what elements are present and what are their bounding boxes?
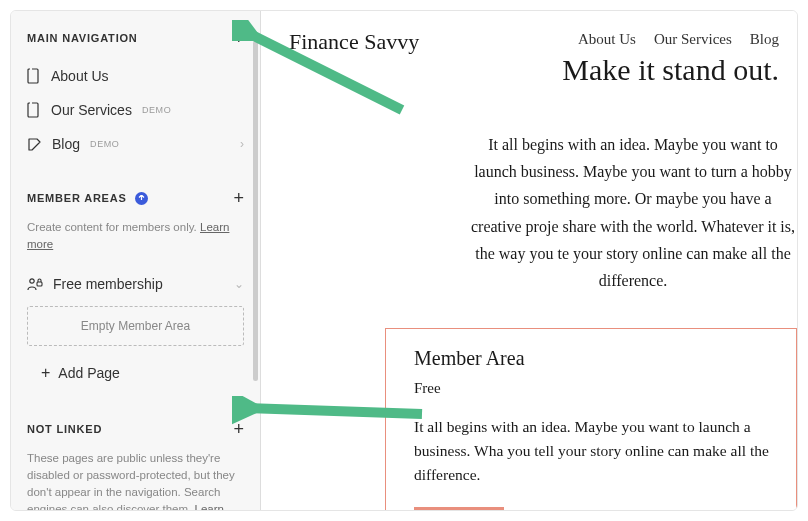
member-box-price: Free (414, 380, 776, 397)
sign-up-button[interactable]: Sign Up (414, 507, 504, 510)
member-badge-icon (135, 192, 148, 205)
svg-point-4 (30, 278, 34, 282)
not-linked-desc-text: These pages are public unless they're di… (27, 452, 235, 511)
member-areas-desc: Create content for members only. Learn m… (27, 219, 244, 254)
demo-tag: DEMO (142, 105, 171, 115)
chevron-down-icon: ⌄ (234, 277, 244, 291)
brand-title: Finance Savvy (289, 29, 419, 55)
demo-tag: DEMO (90, 139, 119, 149)
not-linked-header: NOT LINKED + (27, 420, 244, 438)
main-nav-title: MAIN NAVIGATION (27, 32, 138, 44)
empty-member-area[interactable]: Empty Member Area (27, 306, 244, 346)
page-preview: Finance Savvy About Us Our Services Blog… (261, 11, 797, 510)
free-membership-label: Free membership (53, 276, 163, 292)
chevron-right-icon: › (240, 137, 244, 151)
add-not-linked-button[interactable]: + (233, 420, 244, 438)
add-member-area-button[interactable]: + (233, 189, 244, 207)
nav-item-services[interactable]: Our Services DEMO (27, 93, 244, 127)
member-box-title: Member Area (414, 347, 776, 370)
member-areas-title: MEMBER AREAS (27, 192, 148, 205)
nav-link-services[interactable]: Our Services (654, 31, 732, 48)
scrollbar[interactable] (253, 41, 258, 381)
blog-icon (27, 137, 42, 152)
nav-item-label: Our Services (51, 102, 132, 118)
nav-link-blog[interactable]: Blog (750, 31, 779, 48)
hero-paragraph: It all begins with an idea. Maybe you wa… (289, 131, 797, 294)
svg-rect-2 (28, 103, 38, 117)
page-icon (27, 102, 41, 118)
svg-rect-3 (30, 102, 32, 105)
member-areas-header: MEMBER AREAS + (27, 189, 244, 207)
nav-item-blog[interactable]: Blog DEMO › (27, 127, 244, 161)
main-nav-header: MAIN NAVIGATION + (27, 29, 244, 47)
page-icon (27, 68, 41, 84)
add-main-nav-button[interactable]: + (233, 29, 244, 47)
topbar: Finance Savvy About Us Our Services Blog (289, 29, 797, 55)
free-membership-item[interactable]: Free membership ⌄ (27, 268, 244, 300)
svg-rect-0 (28, 69, 38, 83)
member-box-paragraph: It all begins with an idea. Maybe you wa… (414, 415, 776, 487)
nav-item-about[interactable]: About Us (27, 59, 244, 93)
nav-item-label: Blog (52, 136, 80, 152)
not-linked-title: NOT LINKED (27, 423, 102, 435)
hero-title: Make it stand out. (289, 53, 797, 87)
add-page-button[interactable]: + Add Page (27, 354, 244, 392)
svg-rect-5 (37, 282, 42, 286)
add-page-label: Add Page (58, 365, 120, 381)
members-icon (27, 277, 43, 291)
app-frame: MAIN NAVIGATION + About Us Our Services … (10, 10, 798, 511)
member-areas-title-text: MEMBER AREAS (27, 192, 127, 204)
member-desc-text: Create content for members only. (27, 221, 200, 233)
sidebar: MAIN NAVIGATION + About Us Our Services … (11, 11, 261, 510)
nav-item-label: About Us (51, 68, 109, 84)
member-area-box: Member Area Free It all begins with an i… (385, 328, 797, 510)
plus-icon: + (41, 364, 50, 382)
not-linked-desc: These pages are public unless they're di… (27, 450, 244, 511)
svg-rect-1 (30, 68, 32, 71)
nav-link-about[interactable]: About Us (578, 31, 636, 48)
top-nav: About Us Our Services Blog (578, 29, 779, 48)
